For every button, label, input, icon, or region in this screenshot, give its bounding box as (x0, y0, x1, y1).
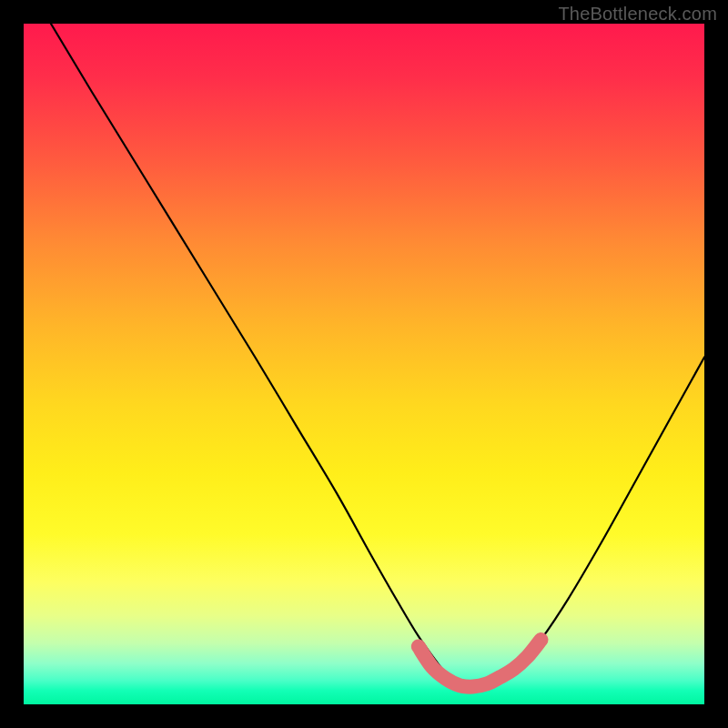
black-curve-path (51, 24, 704, 689)
chart-container: TheBottleneck.com (0, 0, 728, 728)
watermark-text: TheBottleneck.com (558, 4, 717, 25)
curve-overlay (24, 24, 704, 704)
plot-area (24, 24, 704, 704)
pink-basin-path (419, 640, 541, 687)
